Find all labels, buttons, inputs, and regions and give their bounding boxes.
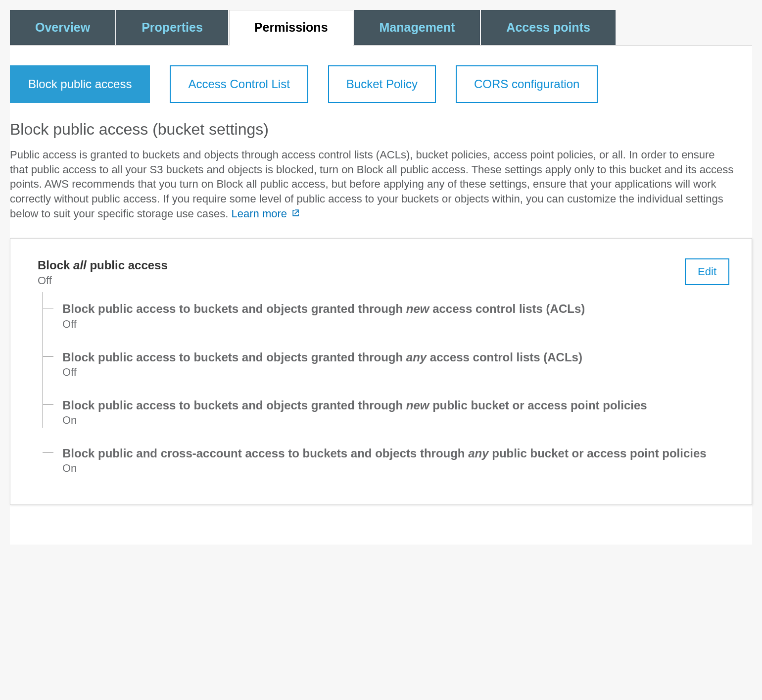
- setting-italic: new: [406, 302, 429, 315]
- subtab-bucket-policy[interactable]: Bucket Policy: [328, 65, 436, 103]
- section-description: Public access is granted to buckets and …: [10, 148, 735, 221]
- sub-tabs: Block public access Access Control List …: [10, 65, 752, 103]
- learn-more-link[interactable]: Learn more: [232, 207, 301, 220]
- subtab-access-control-list[interactable]: Access Control List: [170, 65, 308, 103]
- tab-properties[interactable]: Properties: [116, 10, 228, 45]
- setting-prefix: Block public access to buckets and objec…: [62, 350, 406, 364]
- tab-overview[interactable]: Overview: [10, 10, 115, 45]
- tab-access-points[interactable]: Access points: [481, 10, 616, 45]
- setting-item-new-acls: Block public access to buckets and objec…: [62, 301, 729, 330]
- setting-title: Block public and cross-account access to…: [62, 446, 729, 461]
- setting-item-any-acls: Block public access to buckets and objec…: [62, 350, 729, 379]
- setting-suffix: access control lists (ACLs): [429, 302, 585, 315]
- main-content: Block public access Access Control List …: [10, 46, 752, 545]
- panel-header: Block all public access Off Edit: [38, 258, 729, 292]
- edit-button[interactable]: Edit: [685, 258, 729, 285]
- setting-italic: new: [406, 399, 429, 412]
- setting-suffix: public bucket or access point policies: [489, 447, 707, 460]
- block-public-access-panel: Block all public access Off Edit Block p…: [10, 238, 752, 505]
- external-link-icon: [291, 207, 301, 222]
- block-all-prefix: Block: [38, 258, 73, 272]
- setting-prefix: Block public and cross-account access to…: [62, 447, 468, 460]
- setting-status: Off: [62, 318, 729, 331]
- setting-status: Off: [62, 366, 729, 379]
- block-all-status: Off: [38, 274, 168, 287]
- block-all-group: Block all public access Off: [38, 258, 168, 292]
- section-title: Block public access (bucket settings): [10, 120, 752, 139]
- setting-prefix: Block public access to buckets and objec…: [62, 399, 406, 412]
- setting-title: Block public access to buckets and objec…: [62, 301, 729, 316]
- subtab-block-public-access[interactable]: Block public access: [10, 65, 150, 103]
- setting-italic: any: [468, 447, 488, 460]
- setting-title: Block public access to buckets and objec…: [62, 398, 729, 413]
- setting-suffix: public bucket or access point policies: [429, 399, 647, 412]
- setting-italic: any: [406, 350, 427, 364]
- learn-more-label: Learn more: [232, 207, 287, 220]
- tab-management[interactable]: Management: [354, 10, 480, 45]
- setting-title: Block public access to buckets and objec…: [62, 350, 729, 365]
- setting-status: On: [62, 462, 729, 475]
- block-all-title: Block all public access: [38, 258, 168, 272]
- setting-item-new-policies: Block public access to buckets and objec…: [62, 398, 729, 427]
- description-text: Public access is granted to buckets and …: [10, 149, 733, 220]
- block-all-suffix: public access: [87, 258, 168, 272]
- setting-suffix: access control lists (ACLs): [427, 350, 582, 364]
- tab-permissions[interactable]: Permissions: [229, 10, 353, 46]
- setting-status: On: [62, 414, 729, 427]
- top-tabs: Overview Properties Permissions Manageme…: [10, 10, 752, 46]
- settings-tree: Block public access to buckets and objec…: [43, 292, 729, 475]
- setting-prefix: Block public access to buckets and objec…: [62, 302, 406, 315]
- setting-item-any-policies: Block public and cross-account access to…: [62, 446, 729, 475]
- subtab-cors-configuration[interactable]: CORS configuration: [456, 65, 598, 103]
- block-all-italic: all: [73, 258, 87, 272]
